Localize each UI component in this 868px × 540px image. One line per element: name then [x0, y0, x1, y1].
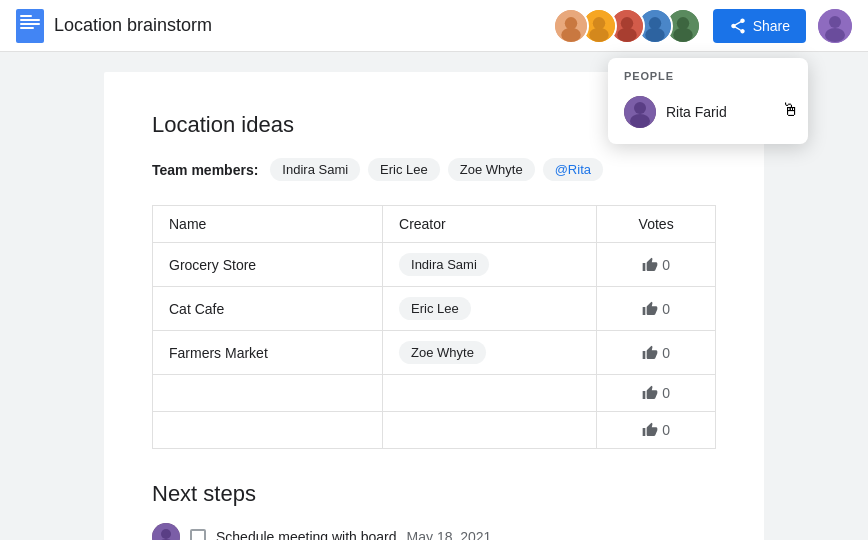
doc-icon [16, 9, 44, 43]
user-account-avatar[interactable] [818, 9, 852, 43]
row-name[interactable] [153, 412, 383, 449]
svg-rect-3 [20, 23, 40, 25]
svg-point-27 [634, 102, 646, 114]
svg-rect-2 [20, 19, 40, 21]
svg-point-15 [648, 17, 660, 29]
tag-rita[interactable]: @Rita [543, 158, 603, 181]
table-row: Cat Cafe Eric Lee 0 [153, 287, 716, 331]
thumbs-up-icon [642, 257, 658, 273]
avatar-1[interactable] [553, 8, 589, 44]
svg-point-13 [617, 27, 637, 41]
table-row: 0 [153, 375, 716, 412]
svg-point-18 [676, 17, 688, 29]
team-members-row: Team members: Indira Sami Eric Lee Zoe W… [152, 158, 716, 181]
svg-point-16 [645, 27, 665, 41]
row-votes[interactable]: 0 [597, 375, 716, 412]
svg-point-9 [592, 17, 604, 29]
cursor-icon: 🖱 [782, 100, 800, 124]
svg-point-21 [829, 16, 841, 28]
row-votes[interactable]: 0 [597, 331, 716, 375]
row-creator: Indira Sami [383, 243, 597, 287]
svg-point-28 [630, 114, 650, 128]
row-votes[interactable]: 0 [597, 412, 716, 449]
svg-rect-1 [20, 15, 32, 17]
svg-point-6 [564, 17, 576, 29]
thumbs-up-icon [642, 345, 658, 361]
col-header-votes: Votes [597, 206, 716, 243]
svg-rect-4 [20, 27, 34, 29]
people-dropdown: PEOPLE Rita Farid 🖱 [608, 58, 808, 144]
task-row: Schedule meeting with board May 18, 2021 [152, 523, 716, 540]
team-members-label: Team members: [152, 162, 258, 178]
ideas-table: Name Creator Votes Grocery Store Indira … [152, 205, 716, 449]
svg-point-19 [673, 27, 693, 41]
thumbs-up-icon [642, 301, 658, 317]
table-row: Grocery Store Indira Sami 0 [153, 243, 716, 287]
document-title: Location brainstorm [54, 15, 553, 36]
people-item-name: Rita Farid [666, 104, 727, 120]
row-votes[interactable]: 0 [597, 287, 716, 331]
row-creator [383, 412, 597, 449]
task-avatar [152, 523, 180, 540]
tag-indira-sami[interactable]: Indira Sami [270, 158, 360, 181]
thumbs-up-icon [642, 422, 658, 438]
row-name[interactable]: Cat Cafe [153, 287, 383, 331]
table-row: 0 [153, 412, 716, 449]
svg-point-7 [561, 27, 581, 41]
svg-point-22 [825, 28, 845, 42]
next-steps-title: Next steps [152, 481, 716, 507]
table-row: Farmers Market Zoe Whyte 0 [153, 331, 716, 375]
tag-eric-lee[interactable]: Eric Lee [368, 158, 440, 181]
collaborator-avatars [553, 8, 701, 44]
svg-point-12 [620, 17, 632, 29]
people-item[interactable]: Rita Farid 🖱 [624, 92, 792, 132]
tag-zoe-whyte[interactable]: Zoe Whyte [448, 158, 535, 181]
people-dropdown-label: PEOPLE [624, 70, 792, 82]
row-creator [383, 375, 597, 412]
thumbs-up-icon [642, 385, 658, 401]
svg-point-24 [161, 529, 171, 539]
row-name[interactable]: Farmers Market [153, 331, 383, 375]
app-header: Location brainstorm Share [0, 0, 868, 52]
col-header-name: Name [153, 206, 383, 243]
col-header-creator: Creator [383, 206, 597, 243]
svg-rect-0 [16, 9, 44, 43]
task-checkbox[interactable] [190, 529, 206, 540]
row-name[interactable]: Grocery Store [153, 243, 383, 287]
task-date: May 18, 2021 [407, 529, 492, 540]
share-button[interactable]: Share [713, 9, 806, 43]
task-text: Schedule meeting with board [216, 529, 397, 540]
share-icon [729, 17, 747, 35]
row-name[interactable] [153, 375, 383, 412]
svg-point-10 [589, 27, 609, 41]
row-creator: Eric Lee [383, 287, 597, 331]
people-item-avatar [624, 96, 656, 128]
row-votes[interactable]: 0 [597, 243, 716, 287]
share-label: Share [753, 18, 790, 34]
row-creator: Zoe Whyte [383, 331, 597, 375]
